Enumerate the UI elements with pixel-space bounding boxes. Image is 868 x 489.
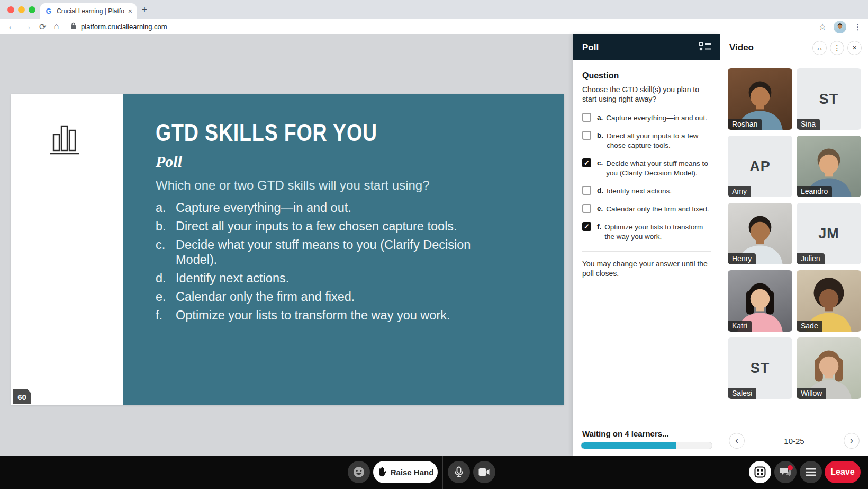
slide-answer-letter: a. bbox=[156, 200, 176, 215]
participant-name-badge: Julien bbox=[797, 253, 825, 264]
poll-footer: Waiting on 4 learners... bbox=[573, 429, 720, 456]
url-text[interactable]: platform.cruciallearning.com bbox=[81, 23, 167, 31]
poll-option[interactable]: a. Capture everything—in and out. bbox=[582, 113, 711, 123]
video-panel: Video ↔ ⋮ × Roshan ST Sina AP Amy Leandr… bbox=[720, 34, 868, 456]
slide-subtitle: Poll bbox=[156, 153, 182, 171]
poll-options-list: a. Capture everything—in and out. b. Dir… bbox=[582, 113, 711, 242]
microphone-button[interactable] bbox=[448, 461, 470, 483]
page-range-label: 10-25 bbox=[784, 437, 804, 446]
slide-answer-text: Identify next actions. bbox=[176, 271, 289, 286]
browser-tab[interactable]: G Crucial Learning | Platform × bbox=[40, 3, 137, 19]
leave-label: Leave bbox=[830, 467, 854, 477]
camera-icon bbox=[478, 468, 490, 476]
poll-option-checkbox[interactable]: ✓ bbox=[582, 158, 591, 167]
close-panel-button[interactable]: × bbox=[847, 41, 862, 55]
poll-question-label: Question bbox=[582, 71, 711, 81]
poll-progress-fill bbox=[581, 442, 676, 449]
slide-answer-item: e. Calendar only the firm and fixed. bbox=[156, 289, 478, 304]
window-maximize-button[interactable] bbox=[29, 6, 35, 13]
video-options-button[interactable]: ⋮ bbox=[830, 41, 844, 55]
tab-title: Crucial Learning | Platform bbox=[57, 7, 124, 15]
slide-canvas: GTD SKILLS FOR YOU Poll Which one or two… bbox=[11, 94, 564, 405]
participant-name-badge: Salesi bbox=[728, 388, 756, 399]
tab-close-icon[interactable]: × bbox=[128, 7, 132, 15]
poll-option-text: Optimize your lists to transform the way… bbox=[604, 223, 711, 242]
participant-tile: Willow bbox=[797, 337, 861, 399]
hand-icon bbox=[377, 467, 386, 477]
participant-tile: Leandro bbox=[797, 136, 861, 197]
slide-answer-letter: e. bbox=[156, 289, 176, 304]
browser-menu-icon[interactable]: ⋮ bbox=[854, 22, 862, 32]
bookmark-star-icon[interactable]: ☆ bbox=[819, 22, 826, 32]
participant-tile: ST Salesi bbox=[728, 337, 792, 399]
slide-answer-list: a. Capture everything—in and out. b. Dir… bbox=[156, 200, 478, 326]
window-close-button[interactable] bbox=[7, 6, 14, 13]
participant-name-badge: Leandro bbox=[797, 186, 832, 197]
participant-tile: ST Sina bbox=[797, 68, 861, 130]
forward-icon[interactable]: → bbox=[23, 22, 32, 31]
poll-option-letter: b. bbox=[597, 131, 603, 139]
poll-option-checkbox[interactable]: ✓ bbox=[582, 222, 591, 231]
poll-option[interactable]: b. Direct all your inputs to a few chose… bbox=[582, 131, 711, 150]
lock-icon bbox=[70, 22, 76, 31]
poll-results-icon[interactable] bbox=[698, 41, 712, 54]
more-menu-button[interactable] bbox=[800, 461, 822, 483]
poll-option-checkbox[interactable] bbox=[582, 113, 591, 122]
poll-option-checkbox[interactable] bbox=[582, 186, 591, 195]
layout-grid-button[interactable] bbox=[749, 461, 771, 483]
slide-answer-item: d. Identify next actions. bbox=[156, 271, 478, 286]
slide-answer-item: f. Optimize your lists to transform the … bbox=[156, 308, 478, 323]
participant-name-badge: Sade bbox=[797, 321, 822, 332]
next-page-button[interactable]: › bbox=[844, 433, 860, 449]
slide-answer-letter: b. bbox=[156, 219, 176, 234]
toolbar-divider bbox=[442, 456, 443, 489]
leave-button[interactable]: Leave bbox=[825, 461, 861, 483]
poll-option-letter: d. bbox=[597, 186, 603, 194]
window-minimize-button[interactable] bbox=[18, 6, 25, 13]
slide-answer-text: Direct all your inputs to a few chosen c… bbox=[176, 219, 457, 234]
poll-option[interactable]: d. Identify next actions. bbox=[582, 186, 711, 196]
browser-profile-avatar[interactable] bbox=[834, 21, 846, 33]
grid-icon bbox=[754, 466, 766, 478]
reactions-button[interactable] bbox=[348, 461, 370, 483]
video-panel-header: Video ↔ ⋮ × bbox=[720, 34, 868, 61]
participant-name-badge: Henry bbox=[728, 253, 756, 264]
poll-divider bbox=[582, 251, 711, 252]
poll-option[interactable]: e. Calendar only the firm and fixed. bbox=[582, 204, 711, 214]
slide-answer-letter: c. bbox=[156, 237, 176, 267]
slide-answer-text: Calendar only the firm and fixed. bbox=[176, 289, 355, 304]
poll-option-letter: a. bbox=[597, 113, 603, 121]
poll-option[interactable]: ✓ f. Optimize your lists to transform th… bbox=[582, 222, 711, 242]
participant-name-badge: Roshan bbox=[728, 119, 762, 130]
poll-option-text: Identify next actions. bbox=[607, 186, 672, 196]
slide-answer-item: a. Capture everything—in and out. bbox=[156, 200, 478, 215]
poll-option[interactable]: ✓ c. Decide what your stuff means to you… bbox=[582, 158, 711, 178]
poll-option-checkbox[interactable] bbox=[582, 131, 591, 140]
reload-icon[interactable]: ⟳ bbox=[39, 22, 46, 32]
participant-tile: Henry bbox=[728, 203, 792, 264]
poll-option-text: Calendar only the firm and fixed. bbox=[606, 205, 709, 214]
poll-option-letter: e. bbox=[597, 205, 603, 212]
slide-page-number-badge: 60 bbox=[13, 389, 31, 404]
slide-answer-text: Capture everything—in and out. bbox=[176, 200, 351, 215]
poll-option-text: Direct all your inputs to a few chose ca… bbox=[607, 131, 711, 150]
chat-button[interactable] bbox=[774, 461, 797, 483]
resize-panel-button[interactable]: ↔ bbox=[812, 41, 827, 55]
prev-page-button[interactable]: ‹ bbox=[729, 433, 745, 449]
participant-tile: AP Amy bbox=[728, 136, 792, 197]
camera-button[interactable] bbox=[473, 461, 495, 483]
slide-answer-text: Decide what your stuff means to you (Cla… bbox=[176, 237, 478, 267]
poll-panel-header: Poll bbox=[573, 34, 720, 60]
chat-notification-dot bbox=[788, 465, 793, 470]
back-icon[interactable]: ← bbox=[7, 22, 16, 31]
slide-answer-text: Optimize your lists to transform the way… bbox=[176, 308, 450, 323]
new-tab-button[interactable]: + bbox=[142, 4, 147, 15]
video-panel-title: Video bbox=[729, 42, 809, 53]
home-icon[interactable]: ⌂ bbox=[53, 22, 59, 31]
participant-name-badge: Amy bbox=[728, 186, 751, 197]
poll-option-checkbox[interactable] bbox=[582, 204, 591, 213]
microphone-icon bbox=[454, 466, 464, 478]
browser-urlbar: ← → ⟳ ⌂ platform.cruciallearning.com bbox=[0, 19, 868, 34]
raise-hand-button[interactable]: Raise Hand bbox=[373, 461, 438, 483]
poll-panel-title: Poll bbox=[582, 42, 599, 53]
